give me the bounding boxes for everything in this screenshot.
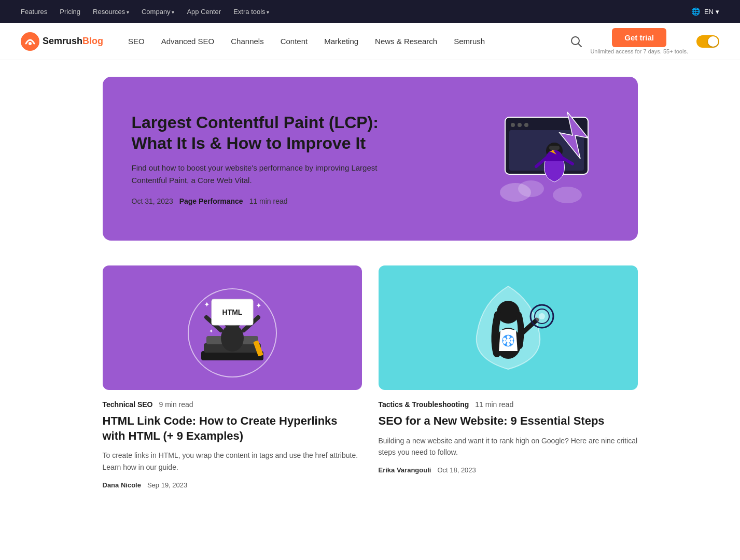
hero-illustration — [474, 102, 609, 216]
trial-subtext: Unlimited access for 7 days. 55+ tools. — [590, 48, 688, 54]
hero-image — [474, 102, 609, 216]
topbar-features[interactable]: Features — [21, 8, 47, 16]
nav-seo[interactable]: SEO — [120, 33, 153, 50]
svg-point-35 — [506, 339, 510, 343]
svg-point-16 — [553, 187, 582, 203]
globe-icon — [691, 7, 702, 16]
topbar: Features Pricing Resources Company App C… — [0, 0, 740, 23]
toggle-knob — [708, 36, 718, 47]
svg-point-36 — [507, 335, 510, 339]
card-read-time-seo: 11 min read — [475, 400, 513, 409]
svg-point-15 — [518, 180, 544, 197]
svg-point-1 — [29, 42, 32, 45]
card-meta-html: Technical SEO 9 min read — [103, 400, 362, 409]
hero-category[interactable]: Page Performance — [179, 197, 243, 205]
logo[interactable]: SemrushBlog — [21, 32, 103, 51]
svg-text:✦: ✦ — [204, 300, 210, 309]
topbar-company[interactable]: Company — [142, 8, 174, 16]
card-author-meta-html: Dana Nicole Sep 19, 2023 — [103, 481, 362, 489]
topbar-app-center[interactable]: App Center — [187, 8, 221, 16]
main-header: SemrushBlog SEO Advanced SEO Channels Co… — [0, 23, 740, 60]
theme-toggle[interactable] — [696, 35, 719, 48]
main-nav: SEO Advanced SEO Channels Content Market… — [120, 33, 570, 50]
nav-semrush[interactable]: Semrush — [445, 33, 493, 50]
get-trial-wrapper: Get trial Unlimited access for 7 days. 5… — [590, 28, 688, 54]
lang-chevron: ▾ — [716, 8, 719, 16]
topbar-extra-tools[interactable]: Extra tools — [233, 8, 269, 16]
semrush-logo-icon — [21, 32, 39, 51]
card-date-seo: Oct 18, 2023 — [437, 466, 476, 474]
svg-point-0 — [21, 32, 39, 51]
language-selector[interactable]: EN ▾ — [691, 7, 719, 16]
card-meta-seo: Tactics & Troubleshooting 11 min read — [379, 400, 638, 409]
svg-point-39 — [507, 343, 510, 346]
nav-news-research[interactable]: News & Research — [367, 33, 445, 50]
svg-point-37 — [510, 338, 513, 341]
nav-content[interactable]: Content — [272, 33, 316, 50]
svg-point-7 — [524, 123, 528, 127]
svg-rect-17 — [549, 146, 560, 150]
svg-point-40 — [503, 341, 506, 344]
hero-text: Largest Contentful Paint (LCP): What It … — [132, 112, 391, 205]
svg-point-23 — [221, 325, 244, 352]
card-date-html: Sep 19, 2023 — [147, 481, 187, 489]
nav-channels[interactable]: Channels — [222, 33, 272, 50]
get-trial-button[interactable]: Get trial — [612, 28, 666, 47]
nav-actions: Get trial Unlimited access for 7 days. 5… — [570, 28, 719, 54]
svg-point-6 — [518, 123, 522, 127]
card-desc-seo: Building a new website and want it to ra… — [379, 435, 638, 458]
topbar-resources[interactable]: Resources — [93, 8, 129, 16]
search-button[interactable] — [570, 36, 582, 47]
hero-read-time: 11 min read — [249, 197, 288, 205]
article-card-seo-website: Tactics & Troubleshooting 11 min read SE… — [379, 265, 638, 489]
topbar-pricing[interactable]: Pricing — [60, 8, 80, 16]
card-author-meta-seo: Erika Varangouli Oct 18, 2023 — [379, 466, 638, 474]
hero-date: Oct 31, 2023 — [132, 197, 173, 205]
hero-article-card[interactable]: Largest Contentful Paint (LCP): What It … — [103, 77, 638, 241]
card-desc-html: To create links in HTML, you wrap the co… — [103, 450, 362, 473]
hero-description: Find out how to boost your website's per… — [132, 162, 391, 187]
nav-advanced-seo[interactable]: Advanced SEO — [153, 33, 223, 50]
card-image-seo-website[interactable] — [379, 265, 638, 390]
svg-text:✦: ✦ — [209, 328, 213, 334]
brand-name: SemrushBlog — [43, 36, 103, 47]
card-image-html-link[interactable]: HTML ✦ ✦ ✦ — [103, 265, 362, 390]
card-category-html[interactable]: Technical SEO — [103, 400, 153, 409]
nav-marketing[interactable]: Marketing — [316, 33, 367, 50]
card-title-seo[interactable]: SEO for a New Website: 9 Essential Steps — [379, 414, 638, 429]
html-illustration: HTML ✦ ✦ ✦ — [155, 271, 310, 385]
svg-text:✦: ✦ — [256, 301, 262, 310]
hero-title: Largest Contentful Paint (LCP): What It … — [132, 112, 391, 153]
card-author-seo: Erika Varangouli — [379, 466, 431, 474]
card-author-html: Dana Nicole — [103, 481, 141, 489]
main-content: Largest Contentful Paint (LCP): What It … — [90, 60, 650, 506]
svg-text:HTML: HTML — [222, 308, 242, 316]
svg-point-41 — [503, 338, 506, 341]
card-category-seo[interactable]: Tactics & Troubleshooting — [379, 400, 469, 409]
svg-point-38 — [510, 341, 513, 344]
seo-illustration — [430, 271, 586, 385]
search-icon — [570, 36, 582, 47]
articles-grid: HTML ✦ ✦ ✦ Technical SEO 9 min read HTML… — [103, 265, 638, 489]
article-card-html-link: HTML ✦ ✦ ✦ Technical SEO 9 min read HTML… — [103, 265, 362, 489]
hero-meta: Oct 31, 2023 Page Performance 11 min rea… — [132, 197, 391, 205]
svg-point-45 — [539, 313, 545, 319]
card-read-time-html: 9 min read — [159, 400, 193, 409]
card-title-html[interactable]: HTML Link Code: How to Create Hyperlinks… — [103, 414, 362, 443]
svg-line-3 — [578, 44, 581, 47]
svg-point-5 — [511, 123, 515, 127]
